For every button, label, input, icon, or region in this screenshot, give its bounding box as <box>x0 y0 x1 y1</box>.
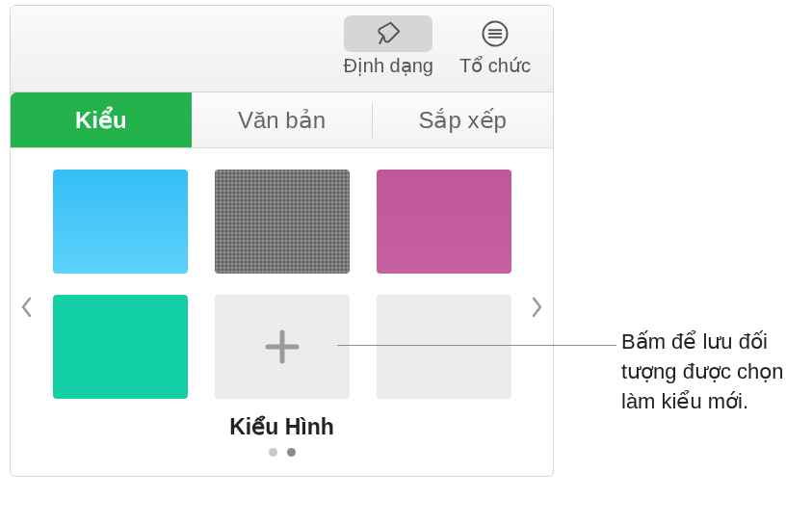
tab-text-label: Văn bản <box>238 107 326 134</box>
prev-styles-button[interactable] <box>16 295 38 320</box>
chevron-left-icon <box>20 297 34 318</box>
tab-style[interactable]: Kiểu <box>11 92 192 147</box>
style-swatch-empty[interactable] <box>377 295 511 399</box>
style-swatch-pink[interactable] <box>377 170 511 274</box>
inspector-tabs: Kiểu Văn bản Sắp xếp <box>11 92 553 148</box>
callout-line <box>337 345 616 346</box>
list-circle-icon <box>481 19 510 48</box>
style-swatch-grid <box>24 170 539 399</box>
callout-text: Bấm để lưu đối tượng được chọn làm kiểu … <box>621 328 812 416</box>
inspector-panel: Định dạng Tổ chức Kiểu Văn bản Sắp xếp <box>10 5 554 477</box>
paintbrush-icon <box>374 19 403 48</box>
page-dots <box>24 448 539 457</box>
page-dot[interactable] <box>269 448 277 457</box>
style-swatch-blue[interactable] <box>53 170 188 274</box>
add-style-button[interactable] <box>215 295 350 399</box>
organize-label: Tổ chức <box>459 54 531 77</box>
format-label: Định dạng <box>343 54 433 77</box>
chevron-right-icon <box>530 297 543 318</box>
toolbar: Định dạng Tổ chức <box>11 6 553 92</box>
tab-arrange[interactable]: Sắp xếp <box>372 92 553 147</box>
tab-style-label: Kiểu <box>75 107 127 134</box>
tab-text[interactable]: Văn bản <box>192 92 373 147</box>
style-swatch-teal[interactable] <box>53 295 188 399</box>
format-toolbar-button[interactable]: Định dạng <box>343 15 433 77</box>
style-swatch-gray[interactable] <box>215 170 350 274</box>
page-dot-active[interactable] <box>287 448 296 457</box>
section-label: Kiểu Hình <box>24 414 539 440</box>
tab-arrange-label: Sắp xếp <box>418 107 506 134</box>
style-content: Kiểu Hình <box>11 148 553 476</box>
organize-toolbar-button[interactable]: Tổ chức <box>451 15 539 77</box>
plus-icon <box>260 325 304 369</box>
next-styles-button[interactable] <box>526 295 547 320</box>
